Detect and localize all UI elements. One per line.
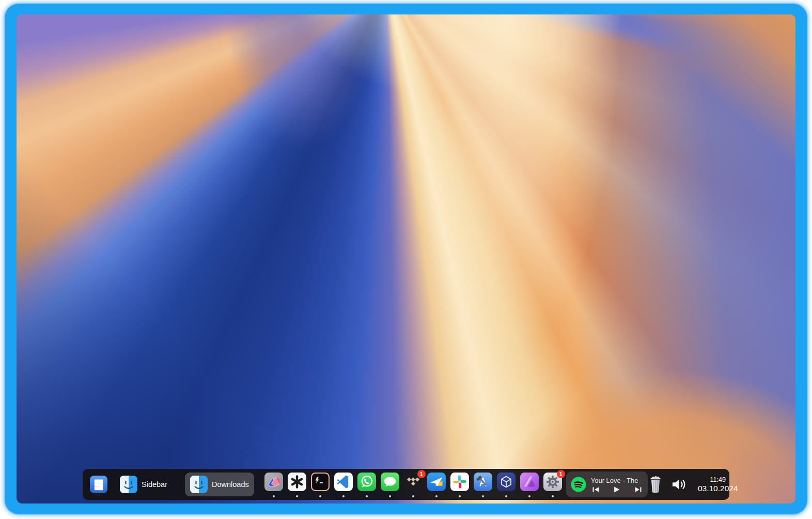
- running-indicator-dot: [459, 495, 461, 497]
- desktop-wallpaper: [17, 14, 795, 504]
- app-button-cube-3d-app[interactable]: [497, 469, 516, 500]
- running-indicator-dot: [552, 495, 554, 497]
- app-button-whatsapp[interactable]: [357, 469, 376, 500]
- spotify-widget[interactable]: Your Love - The: [566, 471, 648, 497]
- running-indicator-dot: [412, 495, 414, 497]
- app-button-affinity-photo[interactable]: [520, 469, 539, 500]
- task-button-sidebar[interactable]: Sidebar: [115, 473, 173, 496]
- finder-icon: [190, 476, 208, 493]
- task-label: Sidebar: [142, 480, 167, 489]
- running-indicator-dot: [273, 495, 275, 497]
- clock[interactable]: 11:49 03.10.2024: [695, 476, 741, 493]
- notification-badge: 1: [417, 470, 426, 478]
- app-button-warp-terminal[interactable]: [311, 469, 330, 500]
- warp-terminal-icon: [311, 473, 330, 491]
- running-indicator-dot: [482, 495, 484, 497]
- slack-icon: [450, 473, 469, 491]
- app-button-tidal[interactable]: 1: [404, 469, 423, 500]
- paper-birds-app-icon: [264, 473, 283, 491]
- next-track-button[interactable]: [635, 486, 642, 493]
- taskbar-menu-button[interactable]: [90, 476, 107, 493]
- running-indicator-dot: [528, 495, 530, 497]
- spotify-icon: [571, 477, 586, 492]
- app-button-vscode[interactable]: [334, 469, 353, 500]
- running-indicator-dot: [296, 495, 298, 497]
- app-icons-row: 1 1: [264, 469, 562, 500]
- desktop-screen: Sidebar Downloads: [17, 14, 795, 504]
- running-indicator-dot: [342, 495, 345, 497]
- finder-icon: [120, 476, 137, 493]
- running-indicator-dot: [319, 495, 321, 497]
- running-indicator-dot: [505, 495, 507, 497]
- spark-mail-icon: [427, 473, 446, 491]
- clock-date: 03.10.2024: [695, 484, 741, 493]
- previous-track-button[interactable]: [592, 486, 599, 493]
- taskbar: Sidebar Downloads: [83, 469, 729, 500]
- task-label: Downloads: [212, 480, 249, 489]
- play-button[interactable]: [614, 486, 620, 493]
- task-button-downloads[interactable]: Downloads: [185, 473, 254, 496]
- running-indicator-dot: [435, 495, 438, 497]
- running-indicator-dot: [366, 495, 368, 497]
- messages-icon: [381, 473, 399, 491]
- volume-icon[interactable]: [670, 477, 688, 492]
- running-indicator-dot: [389, 495, 391, 497]
- ubar-logo-icon: [90, 476, 107, 493]
- app-button-paper-birds-app[interactable]: [264, 469, 283, 500]
- chatgpt-icon: [288, 473, 306, 491]
- spotify-track-title: Your Love - The: [591, 477, 643, 484]
- affinity-photo-icon: [520, 473, 539, 491]
- xcode-icon: [474, 473, 492, 491]
- trash-icon[interactable]: [648, 475, 663, 494]
- whatsapp-icon: [357, 473, 376, 491]
- app-button-system-settings[interactable]: 1: [543, 469, 562, 500]
- app-button-messages[interactable]: [381, 469, 399, 500]
- screen-share-frame: Sidebar Downloads: [5, 4, 807, 514]
- vscode-icon: [334, 473, 353, 491]
- notification-badge: 1: [557, 470, 565, 478]
- clock-time: 11:49: [695, 476, 741, 483]
- app-button-spark-mail[interactable]: [427, 469, 446, 500]
- app-button-chatgpt[interactable]: [288, 469, 306, 500]
- cube-3d-app-icon: [497, 473, 516, 491]
- system-tray: 11:49 03.10.2024: [648, 475, 741, 494]
- app-button-xcode[interactable]: [474, 469, 492, 500]
- app-button-slack[interactable]: [450, 469, 469, 500]
- spotify-controls: [591, 486, 643, 493]
